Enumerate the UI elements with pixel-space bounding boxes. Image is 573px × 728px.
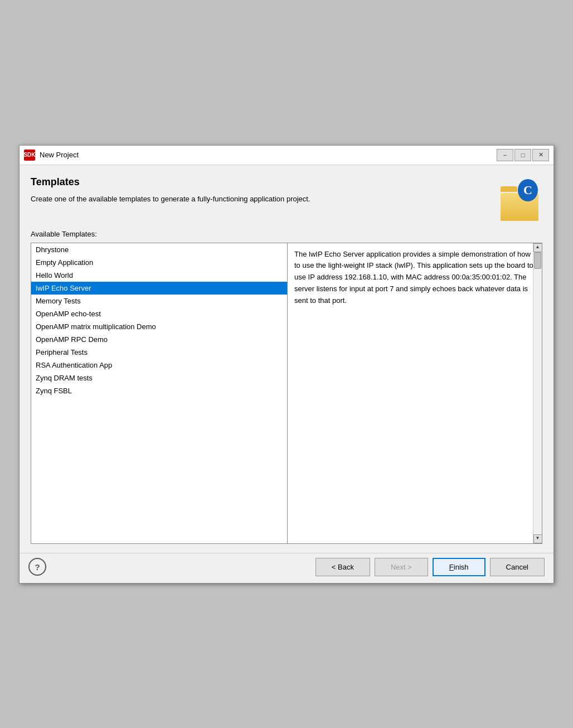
list-item[interactable]: OpenAMP echo-test [31,307,287,320]
title-bar-controls: − □ ✕ [497,149,549,161]
finish-label: Finish [449,563,469,571]
template-description: The lwIP Echo Server application provide… [294,250,533,305]
cancel-button[interactable]: Cancel [490,558,545,576]
list-item[interactable]: RSA Authentication App [31,359,287,372]
folder-tab [501,186,517,192]
header-text: Templates Create one of the available te… [31,176,492,205]
scroll-up-button[interactable]: ▲ [533,243,542,252]
title-bar: SDK New Project − □ ✕ [20,146,553,165]
list-item[interactable]: Memory Tests [31,295,287,307]
list-item[interactable]: Zynq DRAM tests [31,372,287,384]
scroll-thumb[interactable] [534,252,541,269]
list-item[interactable]: Zynq FSBL [31,384,287,397]
list-item[interactable]: Empty Application [31,256,287,269]
available-templates-label: Available Templates: [31,230,542,238]
window-title: New Project [40,151,497,159]
close-button[interactable]: ✕ [532,149,549,161]
finish-button[interactable]: Finish [433,558,485,576]
button-bar: ? < Back Next > Finish Cancel [20,553,553,583]
c-icon: C [518,179,538,201]
next-button[interactable]: Next > [375,558,428,576]
minimize-button[interactable]: − [497,149,513,161]
lists-container: DhrystoneEmpty ApplicationHello WorldlwI… [31,243,542,544]
list-item[interactable]: Hello World [31,269,287,282]
description-scrollbar[interactable]: ▲ ▼ [533,243,542,543]
scroll-track [533,252,542,534]
header-section: Templates Create one of the available te… [31,176,542,221]
content-area: Templates Create one of the available te… [20,165,553,553]
maximize-button[interactable]: □ [514,149,531,161]
page-title: Templates [31,176,492,188]
template-list[interactable]: DhrystoneEmpty ApplicationHello WorldlwI… [31,243,288,543]
navigation-buttons: < Back Next > Finish Cancel [315,558,545,576]
new-project-window: SDK New Project − □ ✕ Templates Create o… [19,145,554,584]
list-item[interactable]: OpenAMP RPC Demo [31,333,287,346]
app-icon: SDK [24,150,35,161]
header-description: Create one of the available templates to… [31,194,410,205]
list-item[interactable]: Dhrystone [31,243,287,256]
scroll-down-button[interactable]: ▼ [533,534,542,543]
list-item[interactable]: OpenAMP matrix multiplication Demo [31,320,287,333]
back-button[interactable]: < Back [315,558,370,576]
list-item[interactable]: Peripheral Tests [31,346,287,359]
description-panel: The lwIP Echo Server application provide… [288,243,542,543]
template-icon: C [498,176,542,221]
list-item[interactable]: lwIP Echo Server [31,282,287,295]
help-button[interactable]: ? [28,558,46,576]
